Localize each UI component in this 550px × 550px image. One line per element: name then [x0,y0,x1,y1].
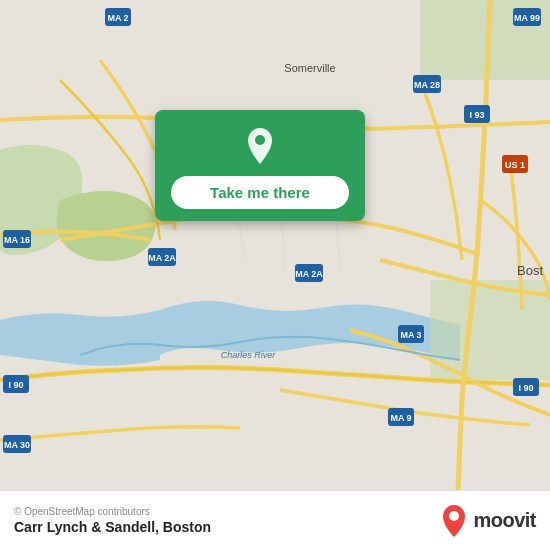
bottom-bar: © OpenStreetMap contributors Carr Lynch … [0,490,550,550]
location-title: Carr Lynch & Sandell, Boston [14,519,211,535]
svg-text:Bost: Bost [517,263,543,278]
moovit-brand-text: moovit [473,509,536,532]
svg-text:MA 30: MA 30 [4,440,30,450]
svg-text:MA 2A: MA 2A [295,269,323,279]
svg-text:I 90: I 90 [8,380,23,390]
svg-text:Somerville: Somerville [284,62,335,74]
svg-point-33 [449,511,459,521]
svg-text:I 93: I 93 [469,110,484,120]
svg-text:MA 3: MA 3 [400,330,421,340]
navigation-tooltip: Take me there [155,110,365,221]
moovit-logo: moovit [439,503,536,539]
svg-text:MA 16: MA 16 [4,235,30,245]
svg-text:MA 2A: MA 2A [148,253,176,263]
map-container: MA 2 MA 2A MA 2A MA 16 I 90 I 90 I 93 MA… [0,0,550,490]
copyright-text: © OpenStreetMap contributors [14,506,211,517]
svg-text:I 90: I 90 [518,383,533,393]
svg-text:US 1: US 1 [505,160,525,170]
svg-text:MA 2: MA 2 [107,13,128,23]
svg-text:Charles River: Charles River [221,350,277,360]
svg-text:MA 28: MA 28 [414,80,440,90]
svg-text:MA 9: MA 9 [390,413,411,423]
svg-point-32 [255,135,265,145]
svg-text:MA 99: MA 99 [514,13,540,23]
take-me-there-button[interactable]: Take me there [171,176,349,209]
moovit-pin-icon [439,503,469,539]
location-pin-icon [238,124,282,168]
bottom-left-info: © OpenStreetMap contributors Carr Lynch … [14,506,211,535]
map-background: MA 2 MA 2A MA 2A MA 16 I 90 I 90 I 93 MA… [0,0,550,490]
